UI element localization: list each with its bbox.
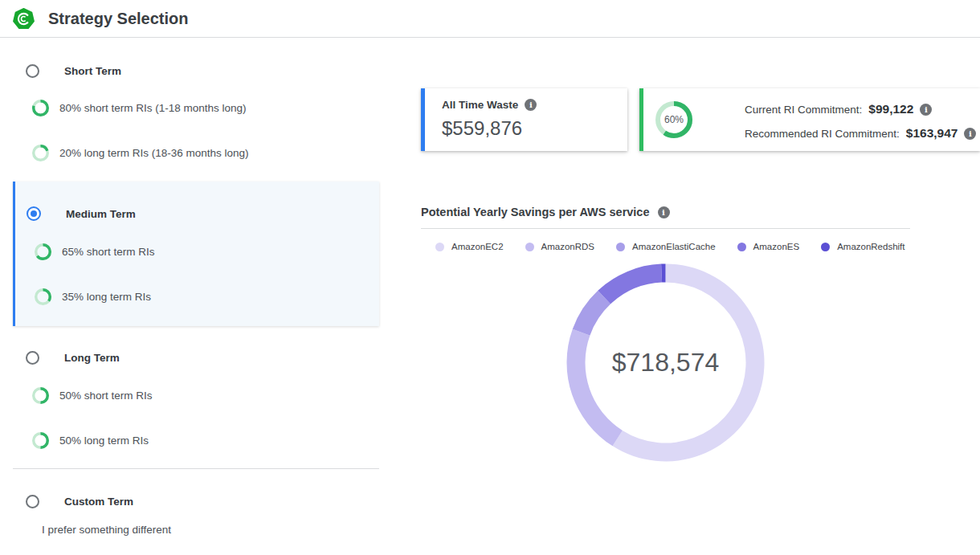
progress-ring-50-long xyxy=(32,432,49,449)
gauge-label: 60% xyxy=(655,101,692,138)
recommended-commitment-row: Recommended RI Commitment: $163,947 i xyxy=(745,126,976,141)
app-header: Strategy Selection xyxy=(0,0,980,38)
sub-option: 35% long term RIs xyxy=(35,288,151,305)
progress-ring-50-short xyxy=(32,387,49,404)
card-title: All Time Waste xyxy=(442,99,518,111)
sub-option-label: 50% short term RIs xyxy=(59,390,153,402)
info-icon[interactable]: i xyxy=(658,206,670,218)
info-icon[interactable]: i xyxy=(964,128,976,140)
option-custom-term[interactable]: Custom Term xyxy=(26,494,133,508)
progress-ring-80 xyxy=(32,100,49,116)
info-icon[interactable]: i xyxy=(525,99,537,111)
recommended-commitment-label: Recommended RI Commitment: xyxy=(745,128,900,140)
sub-option-label: 20% long term RIs (18-36 months long) xyxy=(59,147,249,159)
radio-custom-term[interactable] xyxy=(26,495,39,508)
option-label: Short Term xyxy=(64,65,121,77)
legend-item-amazones[interactable]: AmazonES xyxy=(737,242,800,251)
savings-donut-chart[interactable]: $718,574 xyxy=(565,262,766,463)
legend-label: AmazonRDS xyxy=(541,242,594,251)
sub-option-label: 65% short term RIs xyxy=(62,246,155,258)
legend-dot xyxy=(821,243,830,251)
chart-legend: AmazonEC2 AmazonRDS AmazonElastiCache Am… xyxy=(435,242,905,251)
option-label: Medium Term xyxy=(66,208,136,220)
sub-option-label: 35% long term RIs xyxy=(62,291,151,303)
legend-label: AmazonRedshift xyxy=(837,242,904,251)
progress-ring-20 xyxy=(32,145,49,161)
legend-label: AmazonES xyxy=(753,242,800,251)
legend-item-amazonredshift[interactable]: AmazonRedshift xyxy=(821,242,904,251)
legend-label: AmazonEC2 xyxy=(451,242,504,251)
legend-label: AmazonElastiCache xyxy=(632,242,716,251)
all-time-waste-card: All Time Waste i $559,876 xyxy=(421,88,627,151)
ri-commitment-card: 60% Current RI Commitment: $99,122 i Rec… xyxy=(639,88,980,151)
legend-item-amazonelasticache[interactable]: AmazonElastiCache xyxy=(616,242,716,251)
current-commitment-row: Current RI Commitment: $99,122 i xyxy=(745,102,932,116)
option-long-term[interactable]: Long Term xyxy=(26,350,120,365)
legend-item-amazonrds[interactable]: AmazonRDS xyxy=(525,242,594,251)
info-icon[interactable]: i xyxy=(920,104,932,116)
savings-panel-title: Potential Yearly Savings per AWS service xyxy=(421,206,650,218)
option-label: Custom Term xyxy=(64,496,133,508)
radio-short-term[interactable] xyxy=(26,64,39,78)
sub-option: 65% short term RIs xyxy=(35,243,155,260)
sub-option: 20% long term RIs (18-36 months long) xyxy=(32,144,249,161)
sub-option-label: 50% long term RIs xyxy=(59,435,149,447)
legend-dot xyxy=(435,243,444,251)
donut-center-total: $718,574 xyxy=(565,262,766,463)
radio-long-term[interactable] xyxy=(26,351,39,365)
sub-option-label: 80% short term RIs (1-18 months long) xyxy=(59,102,247,114)
savings-panel-header: Potential Yearly Savings per AWS service… xyxy=(421,206,670,218)
legend-dot xyxy=(616,243,625,251)
legend-item-amazonec2[interactable]: AmazonEC2 xyxy=(435,242,504,251)
radio-medium-term-selected[interactable] xyxy=(27,206,41,221)
legend-dot xyxy=(525,243,534,251)
all-time-waste-value: $559,876 xyxy=(442,117,522,140)
divider xyxy=(421,228,910,229)
option-medium-term[interactable]: Medium Term xyxy=(27,206,136,221)
option-short-term[interactable]: Short Term xyxy=(26,63,121,78)
recommended-commitment-value: $163,947 xyxy=(906,126,958,141)
custom-term-description: I prefer something different xyxy=(42,524,171,536)
divider xyxy=(13,468,379,469)
current-commitment-value: $99,122 xyxy=(868,102,913,116)
option-label: Long Term xyxy=(64,352,120,364)
progress-ring-35 xyxy=(35,288,51,305)
legend-dot xyxy=(737,243,746,251)
page-title: Strategy Selection xyxy=(48,0,189,37)
sub-option: 50% short term RIs xyxy=(32,386,153,404)
sub-option: 50% long term RIs xyxy=(32,431,149,449)
current-commitment-label: Current RI Commitment: xyxy=(745,104,862,116)
sub-option: 80% short term RIs (1-18 months long) xyxy=(32,99,247,116)
cloudability-logo xyxy=(13,8,35,30)
progress-ring-65 xyxy=(35,243,51,260)
commitment-gauge: 60% xyxy=(655,101,692,138)
